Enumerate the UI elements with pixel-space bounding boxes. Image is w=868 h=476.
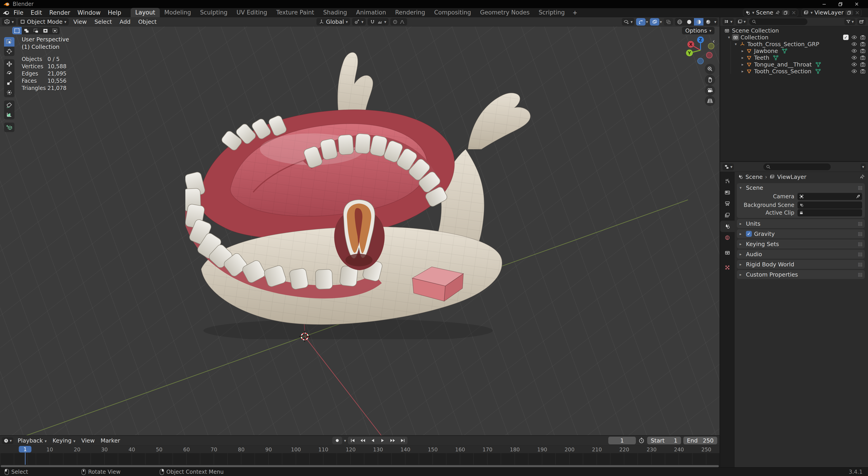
- proportional-editing-cluster[interactable]: [391, 18, 407, 26]
- panel-gravity[interactable]: ▸ ✓ Gravity ⣿⣿: [737, 229, 865, 238]
- scene-selector[interactable]: ▾ Scene ×: [743, 9, 798, 17]
- outliner-row-scene-collection[interactable]: Scene Collection: [720, 27, 868, 34]
- disable-render-camera-icon[interactable]: [860, 61, 866, 67]
- panel-audio[interactable]: ▸ Audio ⣿⣿: [737, 250, 865, 259]
- hide-eye-icon[interactable]: [851, 41, 857, 47]
- tab-render-properties[interactable]: [720, 187, 735, 198]
- sidebar-collapse-arrow[interactable]: ‹: [712, 38, 715, 44]
- new-scene-button[interactable]: [782, 10, 789, 15]
- shading-rendered-button[interactable]: [704, 18, 713, 26]
- tool-cursor[interactable]: [4, 47, 14, 56]
- auto-keying-button[interactable]: [332, 437, 342, 444]
- start-frame-field[interactable]: Start 1: [647, 437, 681, 444]
- disable-render-camera-icon[interactable]: [860, 55, 866, 61]
- panel-scene-header[interactable]: ▾ Scene ⣿⣿: [737, 183, 865, 192]
- current-frame-field[interactable]: 1: [608, 437, 636, 444]
- outliner-row-tooth-cross-section[interactable]: ▸ Tooth_Cross_Section: [720, 68, 868, 75]
- playhead-frame-badge[interactable]: 1: [19, 446, 31, 452]
- tool-select-box[interactable]: [4, 37, 14, 47]
- camera-field[interactable]: [798, 193, 862, 200]
- close-button[interactable]: [848, 0, 865, 8]
- panel-drag-handle-icon[interactable]: ⣿⣿: [858, 242, 862, 246]
- toggle-perspective-button[interactable]: [705, 96, 715, 106]
- tab-shading[interactable]: Shading: [319, 8, 352, 17]
- panel-rigid-body-world[interactable]: ▸ Rigid Body World ⣿⣿: [737, 260, 865, 269]
- viewport-3d[interactable]: ▾ Object Mode ▾ View Select Add Object G…: [0, 17, 719, 435]
- show-gizmo-toggle[interactable]: [636, 18, 646, 26]
- unlink-scene-button[interactable]: ×: [792, 9, 796, 16]
- eyedropper-icon[interactable]: [856, 194, 860, 199]
- viewport-model-jaw[interactable]: [185, 43, 552, 339]
- panel-drag-handle-icon[interactable]: ⣿⣿: [858, 272, 862, 277]
- outliner-scene-mode-dropdown[interactable]: ▾: [736, 18, 747, 25]
- disclosure-collapsed-icon[interactable]: ▸: [740, 49, 745, 53]
- playhead-line[interactable]: [25, 452, 26, 465]
- chevron-down-icon[interactable]: ▾: [713, 20, 718, 24]
- tool-rotate[interactable]: [4, 69, 14, 78]
- disclosure-expanded-icon[interactable]: ▾: [726, 35, 732, 39]
- panel-drag-handle-icon[interactable]: ⣿⣿: [858, 221, 862, 226]
- disable-render-camera-icon[interactable]: [860, 48, 866, 54]
- tab-rendering[interactable]: Rendering: [391, 8, 430, 17]
- timeline-ruler[interactable]: 1020304050607080901001101201301401501601…: [0, 445, 719, 453]
- hide-eye-icon[interactable]: [851, 48, 857, 54]
- menu-edit[interactable]: Edit: [27, 9, 46, 17]
- tab-layout[interactable]: Layout: [131, 8, 160, 17]
- play-button[interactable]: [378, 437, 388, 444]
- panel-units[interactable]: ▸ Units ⣿⣿: [737, 219, 865, 228]
- stopwatch-icon[interactable]: [638, 437, 645, 444]
- end-frame-field[interactable]: End 250: [683, 437, 717, 444]
- viewport-menu-object[interactable]: Object: [135, 19, 159, 25]
- viewport-canvas[interactable]: Options ▾ User Perspe: [0, 26, 719, 435]
- select-mode-set[interactable]: [12, 27, 22, 34]
- tool-move[interactable]: [4, 59, 14, 69]
- breadcrumb-scene[interactable]: Scene: [745, 174, 763, 180]
- tab-world-properties[interactable]: [720, 232, 735, 243]
- outliner-row-jawbone[interactable]: ▸ Jawbone: [720, 48, 868, 54]
- camera-view-button[interactable]: [705, 85, 715, 96]
- properties-editor-type-button[interactable]: ▾: [722, 163, 734, 170]
- jump-to-start-button[interactable]: [348, 437, 358, 444]
- outliner-row-collection[interactable]: ▾ Collection ✓: [720, 34, 868, 41]
- play-reverse-button[interactable]: [368, 437, 378, 444]
- timeline-menu-marker[interactable]: Marker: [98, 437, 123, 444]
- timeline-editor-type-button[interactable]: ▾: [2, 437, 13, 444]
- disclosure-expanded-icon[interactable]: ▾: [733, 42, 739, 47]
- outliner-display-mode-dropdown[interactable]: ▾: [722, 18, 734, 25]
- timeline-menu-view[interactable]: View: [79, 437, 98, 444]
- mode-dropdown[interactable]: Object Mode ▾: [18, 18, 69, 26]
- tool-measure[interactable]: [4, 110, 14, 119]
- menu-window[interactable]: Window: [74, 9, 104, 17]
- tab-viewlayer-properties[interactable]: [720, 209, 735, 221]
- chevron-down-icon[interactable]: ▾: [660, 20, 662, 24]
- outliner-search-input[interactable]: [749, 18, 807, 25]
- zoom-button[interactable]: [705, 64, 715, 74]
- hide-eye-icon[interactable]: [851, 68, 857, 74]
- panel-drag-handle-icon[interactable]: ⣿⣿: [858, 252, 862, 257]
- disclosure-collapsed-icon[interactable]: ▸: [740, 62, 745, 67]
- tab-texture-properties[interactable]: [720, 262, 735, 273]
- new-collection-button[interactable]: [857, 18, 866, 25]
- menu-render[interactable]: Render: [46, 9, 74, 17]
- tab-compositing[interactable]: Compositing: [430, 8, 475, 17]
- tab-scene-properties[interactable]: [720, 221, 735, 232]
- menu-help[interactable]: Help: [104, 9, 125, 17]
- tab-output-properties[interactable]: [720, 198, 735, 209]
- tab-sculpting[interactable]: Sculpting: [195, 8, 232, 17]
- previous-keyframe-button[interactable]: [358, 437, 368, 444]
- timeline-menu-keying[interactable]: Keying ▾: [50, 437, 79, 444]
- panel-drag-handle-icon[interactable]: ⣿⣿: [858, 232, 862, 236]
- disclosure-collapsed-icon[interactable]: ▸: [740, 69, 745, 73]
- collection-checkbox[interactable]: ✓: [843, 35, 848, 40]
- hide-eye-icon[interactable]: [851, 34, 857, 40]
- viewport-menu-view[interactable]: View: [70, 19, 90, 25]
- pin-icon[interactable]: [860, 174, 865, 180]
- xray-toggle[interactable]: [664, 18, 673, 26]
- tool-transform[interactable]: [4, 88, 14, 97]
- pan-hand-button[interactable]: [705, 75, 715, 85]
- disable-render-camera-icon[interactable]: [860, 34, 866, 40]
- viewlayer-selector[interactable]: ▾ ViewLayer ×: [801, 9, 862, 17]
- disclosure-collapsed-icon[interactable]: ▸: [740, 55, 745, 60]
- shading-material-preview-button[interactable]: [694, 18, 704, 26]
- panel-drag-handle-icon[interactable]: ⣿⣿: [858, 186, 862, 190]
